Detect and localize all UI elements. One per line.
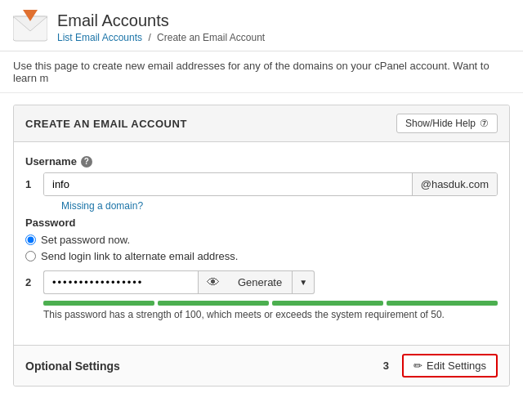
breadcrumb-link[interactable]: List Email Accounts [57, 32, 142, 43]
username-row-number: 1 [25, 172, 37, 196]
card-title: CREATE AN EMAIL ACCOUNT [25, 118, 187, 130]
page-description: Use this page to create new email addres… [0, 51, 523, 93]
password-strength-bars [43, 301, 498, 306]
username-input[interactable] [44, 173, 412, 195]
radio-set-password-label: Set password now. [41, 234, 130, 246]
show-hide-help-button[interactable]: Show/Hide Help ⑦ [396, 114, 498, 133]
optional-settings-section: Optional Settings 3 ✏ Edit Settings [14, 345, 509, 386]
question-icon: ⑦ [480, 118, 489, 129]
strength-bar-2 [158, 301, 269, 306]
radio-send-login-input[interactable] [25, 251, 36, 261]
password-radio-group: Set password now. Send login link to alt… [25, 234, 498, 262]
strength-bar-1 [43, 301, 154, 306]
breadcrumb-separator: / [148, 32, 150, 43]
strength-bar-4 [387, 301, 498, 306]
password-strength-text: This password has a strength of 100, whi… [43, 309, 498, 320]
password-field-row: 2 👁 Generate ▼ [25, 270, 498, 294]
password-row-number: 2 [25, 270, 37, 294]
password-label: Password [25, 217, 75, 229]
dropdown-arrow-icon: ▼ [299, 278, 307, 287]
radio-send-login-label: Send login link to alternate email addre… [41, 250, 238, 262]
generate-button[interactable]: Generate [228, 270, 293, 294]
pencil-icon: ✏ [413, 360, 422, 372]
optional-settings-label: Optional Settings [25, 360, 120, 373]
username-label: Username [25, 155, 77, 168]
page-title: Email Accounts [57, 11, 265, 30]
email-accounts-icon [13, 10, 47, 44]
radio-send-login[interactable]: Send login link to alternate email addre… [25, 250, 498, 262]
header-text: Email Accounts List Email Accounts / Cre… [57, 11, 265, 43]
username-label-row: Username ? [25, 155, 498, 168]
edit-settings-button[interactable]: ✏ Edit Settings [402, 354, 498, 378]
breadcrumb-current: Create an Email Account [157, 32, 265, 43]
page-header: Email Accounts List Email Accounts / Cre… [0, 0, 523, 51]
strength-bar-3 [272, 301, 383, 306]
generate-btn-wrap: Generate ▼ [228, 270, 315, 294]
card-body: Username ? 1 @hasduk.com Missing a domai… [14, 142, 509, 345]
generate-dropdown-button[interactable]: ▼ [293, 270, 315, 294]
username-field-row: 1 @hasduk.com [25, 172, 498, 196]
password-label-row: Password [25, 217, 498, 229]
show-hide-label: Show/Hide Help [405, 118, 476, 129]
edit-settings-label: Edit Settings [427, 360, 486, 372]
password-section: Password Set password now. Send login li… [25, 217, 498, 320]
radio-set-password[interactable]: Set password now. [25, 234, 498, 246]
username-input-wrap: @hasduk.com [43, 172, 498, 196]
optional-settings-row: 3 ✏ Edit Settings [383, 354, 498, 378]
main-content: CREATE AN EMAIL ACCOUNT Show/Hide Help ⑦… [0, 93, 523, 398]
optional-settings-row-number: 3 [383, 360, 389, 372]
username-help-icon[interactable]: ? [81, 156, 92, 168]
eye-icon: 👁 [207, 275, 220, 290]
radio-set-password-input[interactable] [25, 235, 36, 245]
domain-suffix: @hasduk.com [412, 173, 497, 195]
breadcrumb: List Email Accounts / Create an Email Ac… [57, 32, 265, 43]
create-email-card: CREATE AN EMAIL ACCOUNT Show/Hide Help ⑦… [13, 105, 510, 386]
toggle-password-visibility-button[interactable]: 👁 [198, 270, 228, 294]
password-input-wrap: 👁 Generate ▼ [43, 270, 315, 294]
password-input[interactable] [43, 270, 198, 294]
card-header: CREATE AN EMAIL ACCOUNT Show/Hide Help ⑦ [14, 105, 509, 142]
missing-domain-link[interactable]: Missing a domain? [61, 200, 143, 212]
